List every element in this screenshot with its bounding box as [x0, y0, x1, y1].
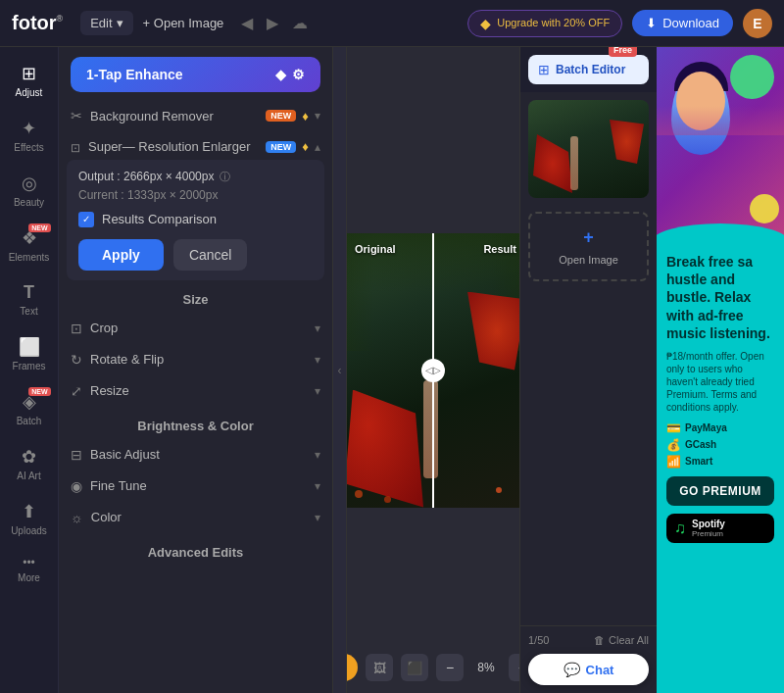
batch-editor-title[interactable]: ⊞ Batch Editor [528, 55, 649, 84]
open-image-area[interactable]: + Open Image [528, 212, 649, 281]
bottom-toolbar: 🖼 ⬛ − 8% + [347, 654, 519, 681]
basic-chevron: ▾ [315, 448, 320, 462]
crop-tool[interactable]: ⊡ Crop ▾ [59, 313, 332, 344]
uploads-icon: ⬆ [22, 501, 36, 522]
download-button[interactable]: ⬇ Download [632, 10, 733, 36]
sidebar-item-effects[interactable]: ✦ Effects [4, 110, 55, 161]
rotate-chevron: ▾ [315, 353, 320, 367]
chevron-down-icon: ▾ [315, 109, 320, 123]
new-badge-bg: NEW [266, 110, 296, 122]
resize-chevron: ▾ [315, 384, 320, 398]
sidebar-item-frames[interactable]: ⬜ Frames [4, 328, 55, 379]
text-icon: T [24, 282, 34, 303]
resize-tool[interactable]: ⤢ Resize ▾ [59, 375, 332, 407]
canvas-area: Original Result ◁▷ 🖼 ⬛ − 8% + [347, 47, 519, 693]
fine-tune-tool[interactable]: ◉ Fine Tune ▾ [59, 470, 332, 502]
upgrade-button[interactable]: ◆ Upgrade with 20% OFF [467, 10, 622, 37]
apply-button[interactable]: Apply [78, 239, 164, 271]
ad-subtext: ₱18/month offer. Open only to users who … [666, 350, 774, 414]
sidebar-item-more[interactable]: ••• More [4, 548, 55, 591]
forward-button[interactable]: ▶ [263, 12, 282, 34]
crown-super-icon: ♦ [302, 139, 309, 154]
batch-editor-label: Batch Editor [556, 63, 625, 76]
ad-logos: 💳 PayMaya 💰 GCash 📶 Smart [666, 421, 774, 469]
sidebar-item-text[interactable]: T Text [4, 274, 55, 324]
rotate-tool[interactable]: ↻ Rotate & Flip ▾ [59, 344, 332, 375]
basic-adjust-tool[interactable]: ⊟ Basic Adjust ▾ [59, 439, 332, 470]
download-icon: ⬇ [646, 16, 657, 30]
zoom-in-button[interactable]: + [509, 654, 519, 681]
sidebar-item-beauty[interactable]: ◎ Beauty [4, 165, 55, 216]
tool-panel: 1-Tap Enhance ◆ ⚙ ✂ Background Remover N… [59, 47, 333, 693]
chevron-up-icon: ▴ [315, 140, 320, 154]
layers-tool-button[interactable]: ⬛ [401, 654, 428, 681]
spotify-sub-label: Premium [692, 529, 725, 538]
sidebar-item-batch[interactable]: NEW ◈ Batch [4, 383, 55, 434]
go-premium-button[interactable]: GO PREMIUM [666, 476, 774, 506]
crown-icon: ♦ [302, 109, 309, 124]
open-image-button[interactable]: + Open Image [143, 16, 224, 30]
edit-button[interactable]: Edit ▾ [80, 11, 132, 35]
ad-panel: Break free sa hustle and bustle. Relax w… [657, 47, 784, 693]
effects-icon: ✦ [22, 118, 36, 139]
back-button[interactable]: ◀ [237, 12, 257, 34]
enhance-button[interactable]: 1-Tap Enhance ◆ ⚙ [71, 57, 320, 92]
image-tool-button[interactable]: 🖼 [366, 654, 393, 681]
batch-editor-header: Free ⊞ Batch Editor [520, 47, 657, 92]
scissors-icon: ✂ [71, 108, 82, 124]
ad-content: Break free sa hustle and bustle. Relax w… [657, 243, 784, 693]
color-swatch[interactable] [347, 654, 358, 681]
size-section-title: Size [59, 280, 332, 313]
super-resolution-row[interactable]: ⊡ Super— Resolution Enlarger NEW ♦ ▴ [59, 131, 332, 160]
right-panel: Free ⊞ Batch Editor + Open Image 1/50 🗑 [519, 47, 657, 693]
canvas-image-container: Original Result ◁▷ [347, 233, 519, 508]
gcash-label: GCash [685, 439, 716, 450]
chevron-left-icon: ‹ [338, 364, 342, 377]
background-remover-row[interactable]: ✂ Background Remover NEW ♦ ▾ [59, 100, 332, 131]
user-avatar-button[interactable]: E [743, 9, 772, 38]
sidebar-item-adjust[interactable]: ⊞ Adjust [4, 55, 55, 106]
spotify-row: ♫ Spotify Premium [666, 514, 774, 543]
adjust-icon: ⊞ [22, 63, 36, 84]
sidebar-item-ai-art[interactable]: ✿ AI Art [4, 438, 55, 489]
zoom-out-button[interactable]: − [436, 654, 464, 681]
free-badge: Free [609, 47, 637, 57]
settings-enhance-icon: ⚙ [292, 67, 305, 82]
nav-arrows: ◀ ▶ [237, 12, 282, 34]
clear-all-button[interactable]: 🗑 Clear All [594, 634, 649, 646]
color-tool[interactable]: ☼ Color ▾ [59, 502, 332, 533]
batch-image-thumbnail[interactable] [528, 100, 649, 198]
sidebar-item-uploads[interactable]: ⬆ Uploads [4, 493, 55, 544]
diamond-icon: ◆ [480, 16, 491, 31]
ad-artwork [657, 47, 784, 243]
more-icon: ••• [23, 556, 35, 569]
crop-chevron: ▾ [315, 322, 320, 335]
canvas-image[interactable]: Original Result ◁▷ [347, 233, 519, 508]
frames-icon: ⬜ [19, 336, 40, 358]
chat-button[interactable]: 💬 Chat [528, 654, 649, 685]
sidebar-item-elements[interactable]: NEW ❖ Elements [4, 220, 55, 271]
color-chevron: ▾ [315, 511, 320, 524]
advanced-section-title: Advanced Edits [59, 533, 332, 566]
super-res-icon: ⊡ [71, 141, 80, 155]
finetune-chevron: ▾ [315, 479, 320, 493]
gcash-icon: 💰 [666, 438, 681, 452]
topbar: fotor® Edit ▾ + Open Image ◀ ▶ ☁ ◆ Upgra… [0, 0, 784, 47]
basic-adjust-icon: ⊟ [71, 447, 82, 463]
chat-bubble-icon: 💬 [564, 662, 580, 677]
paymaya-icon: 💳 [666, 421, 681, 435]
cloud-save-button[interactable]: ☁ [292, 14, 308, 32]
cancel-button[interactable]: Cancel [173, 239, 248, 271]
color-icon: ☼ [71, 510, 83, 525]
right-panel-bottom: 1/50 🗑 Clear All 💬 Chat [520, 625, 657, 693]
info-icon[interactable]: ⓘ [220, 170, 230, 184]
spotify-label: Spotify [692, 519, 725, 529]
fine-tune-icon: ◉ [71, 478, 82, 494]
plus-icon: + [583, 227, 594, 248]
open-image-label: Open Image [559, 254, 618, 266]
results-comparison-checkbox[interactable]: ✓ [78, 212, 94, 227]
brightness-section-title: Brightness & Color [59, 407, 332, 439]
batch-new-badge: NEW [28, 387, 50, 396]
collapse-panel-handle[interactable]: ‹ [333, 47, 347, 693]
image-count: 1/50 [528, 634, 549, 646]
